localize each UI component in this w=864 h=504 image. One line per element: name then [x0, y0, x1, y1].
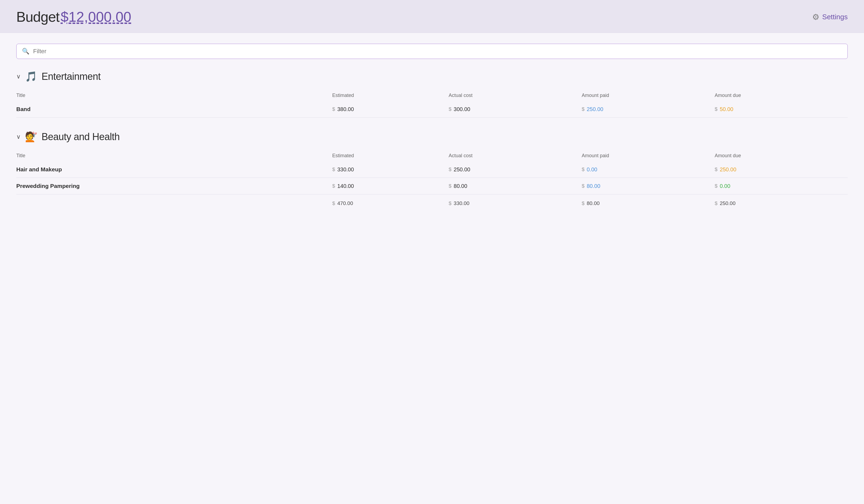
category-title-beauty-health: Beauty and Health [41, 131, 120, 143]
dollar-sign-icon: $ [715, 183, 718, 189]
settings-label: Settings [822, 13, 848, 21]
budget-amount[interactable]: $12,000.00 [61, 9, 131, 25]
filter-bar: 🔍 [16, 44, 848, 59]
amount-paid-cell: $250.00 [581, 101, 715, 118]
totals-empty-cell [16, 194, 332, 212]
amount-due-cell: $250.00 [715, 161, 848, 178]
budget-table-entertainment: TitleEstimatedActual costAmount paidAmou… [16, 90, 848, 118]
amount-paid-cell: $80.00 [581, 178, 715, 194]
estimated-value: 140.00 [337, 183, 354, 189]
amount-paid-value: 80.00 [587, 183, 600, 189]
budget-label: Budget [16, 9, 59, 25]
gear-icon: ⚙ [812, 12, 819, 22]
dollar-sign-icon: $ [581, 167, 585, 172]
dollar-sign-icon: $ [332, 106, 335, 112]
actual-cost-value: 250.00 [454, 167, 470, 173]
actual-cost-value: 300.00 [454, 106, 470, 112]
chevron-down-icon: ∨ [16, 73, 21, 80]
estimated-value: 330.00 [337, 167, 354, 173]
amount-paid-value: 250.00 [587, 106, 603, 112]
estimated-cell: $330.00 [332, 161, 449, 178]
table-row: Hair and Makeup$330.00$250.00$0.00$250.0… [16, 161, 848, 178]
col-header-actual-cost: Actual cost [448, 90, 581, 101]
actual-cost-cell: $250.00 [448, 161, 581, 178]
dollar-sign-icon: $ [448, 183, 452, 189]
estimated-cell: $380.00 [332, 101, 449, 118]
amount-due-value: 50.00 [720, 106, 733, 112]
entertainment-category-icon: 🎵 [25, 71, 37, 82]
category-title-entertainment: Entertainment [41, 71, 101, 82]
totals-paid-cell: $80.00 [581, 194, 715, 212]
col-header-estimated: Estimated [332, 90, 449, 101]
col-header-title: Title [16, 150, 332, 161]
dollar-sign-icon: $ [581, 106, 585, 112]
dollar-sign-icon: $ [448, 106, 452, 112]
amount-due-cell: $50.00 [715, 101, 848, 118]
beauty-health-category-icon: 💇 [25, 131, 37, 143]
item-title-cell[interactable]: Prewedding Pampering [16, 178, 332, 194]
category-header-beauty-health[interactable]: ∨💇Beauty and Health [16, 131, 848, 143]
table-row: Band$380.00$300.00$250.00$50.00 [16, 101, 848, 118]
dollar-sign-icon: $ [332, 183, 335, 189]
dollar-sign-icon: $ [448, 167, 452, 172]
actual-cost-cell: $300.00 [448, 101, 581, 118]
totals-estimated-cell: $470.00 [332, 194, 449, 212]
col-header-actual-cost: Actual cost [448, 150, 581, 161]
estimated-cell: $140.00 [332, 178, 449, 194]
category-section-entertainment: ∨🎵EntertainmentTitleEstimatedActual cost… [16, 71, 848, 118]
col-header-amount-due: Amount due [715, 150, 848, 161]
actual-cost-value: 80.00 [454, 183, 467, 189]
dollar-sign-icon: $ [332, 167, 335, 172]
estimated-value: 380.00 [337, 106, 354, 112]
search-icon: 🔍 [22, 48, 29, 55]
totals-due-cell: $250.00 [715, 194, 848, 212]
col-header-estimated: Estimated [332, 150, 449, 161]
amount-due-value: 250.00 [720, 167, 736, 173]
totals-row: $470.00$330.00$80.00$250.00 [16, 194, 848, 212]
dollar-sign-icon: $ [715, 167, 718, 172]
category-section-beauty-health: ∨💇Beauty and HealthTitleEstimatedActual … [16, 131, 848, 211]
budget-table-beauty-health: TitleEstimatedActual costAmount paidAmou… [16, 150, 848, 211]
amount-paid-value: 0.00 [587, 167, 597, 173]
col-header-amount-paid: Amount paid [581, 150, 715, 161]
item-title-cell[interactable]: Hair and Makeup [16, 161, 332, 178]
actual-cost-cell: $80.00 [448, 178, 581, 194]
col-header-title: Title [16, 90, 332, 101]
budget-title-group: Budget $12,000.00 [16, 9, 131, 25]
col-header-amount-paid: Amount paid [581, 90, 715, 101]
item-title-cell[interactable]: Band [16, 101, 332, 118]
totals-actual-cell: $330.00 [448, 194, 581, 212]
main-content: 🔍 ∨🎵EntertainmentTitleEstimatedActual co… [0, 33, 864, 504]
dollar-sign-icon: $ [581, 183, 585, 189]
page-header: Budget $12,000.00 ⚙ Settings [0, 0, 864, 33]
table-row: Prewedding Pampering$140.00$80.00$80.00$… [16, 178, 848, 194]
category-header-entertainment[interactable]: ∨🎵Entertainment [16, 71, 848, 82]
col-header-amount-due: Amount due [715, 90, 848, 101]
filter-input[interactable] [33, 48, 842, 55]
settings-button[interactable]: ⚙ Settings [812, 12, 848, 22]
amount-paid-cell: $0.00 [581, 161, 715, 178]
dollar-sign-icon: $ [715, 106, 718, 112]
categories-container: ∨🎵EntertainmentTitleEstimatedActual cost… [16, 71, 848, 211]
chevron-down-icon: ∨ [16, 133, 21, 140]
amount-due-cell: $0.00 [715, 178, 848, 194]
amount-due-value: 0.00 [720, 183, 730, 189]
